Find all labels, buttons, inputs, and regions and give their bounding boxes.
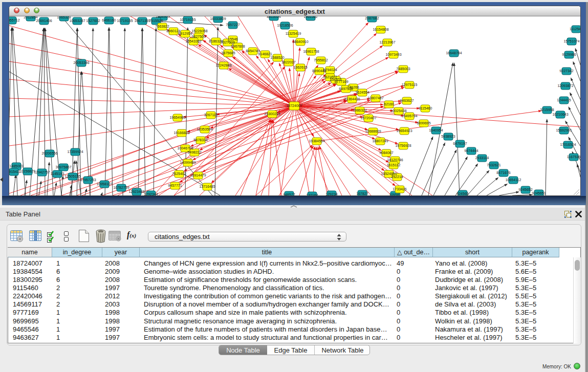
svg-text:1733426: 1733426: [393, 187, 406, 191]
svg-text:30975867: 30975867: [55, 165, 71, 169]
svg-text:7986322: 7986322: [353, 108, 366, 112]
svg-text:9777169: 9777169: [334, 80, 348, 83]
svg-text:16648784: 16648784: [446, 51, 462, 55]
svg-text:6466160: 6466160: [102, 18, 116, 22]
svg-text:19218506: 19218506: [277, 24, 293, 27]
svg-text:20691406: 20691406: [36, 19, 52, 23]
svg-text:20206556: 20206556: [41, 151, 57, 155]
svg-text:1112543: 1112543: [570, 27, 580, 31]
svg-text:14099489: 14099489: [180, 161, 195, 164]
svg-text:23300215: 23300215: [264, 112, 280, 116]
svg-text:16782759: 16782759: [113, 186, 129, 189]
svg-text:9827509: 9827509: [191, 35, 205, 38]
svg-text:9474444: 9474444: [464, 149, 478, 152]
svg-text:2967608: 2967608: [231, 45, 245, 48]
svg-text:7663822: 7663822: [155, 25, 169, 28]
svg-text:8471676: 8471676: [496, 171, 510, 174]
svg-text:10719155: 10719155: [180, 18, 195, 21]
svg-text:10653287: 10653287: [69, 19, 85, 23]
svg-text:10973493: 10973493: [385, 53, 401, 56]
svg-text:3215958: 3215958: [540, 108, 554, 112]
svg-text:19166825: 19166825: [173, 131, 189, 135]
svg-text:1167535: 1167535: [567, 155, 580, 159]
svg-text:1244415: 1244415: [557, 98, 571, 102]
svg-text:17957253: 17957253: [80, 178, 96, 182]
svg-text:3875685: 3875685: [221, 51, 235, 55]
svg-text:8912954: 8912954: [178, 32, 192, 35]
svg-text:10688609: 10688609: [365, 129, 381, 133]
svg-text:2087682: 2087682: [365, 16, 379, 20]
svg-text:16961758: 16961758: [303, 50, 319, 53]
svg-text:924565: 924565: [456, 192, 468, 195]
svg-text:18807249: 18807249: [372, 139, 388, 143]
svg-text:19384554: 19384554: [309, 139, 324, 143]
svg-text:10958107: 10958107: [96, 182, 112, 186]
svg-text:15546: 15546: [228, 37, 238, 41]
svg-text:1961562: 1961562: [303, 16, 317, 18]
svg-text:1292344: 1292344: [144, 192, 158, 195]
svg-text:1527602: 1527602: [86, 19, 100, 23]
svg-text:15720407: 15720407: [360, 116, 376, 120]
svg-text:1588520: 1588520: [270, 56, 284, 59]
svg-text:21364436: 21364436: [344, 97, 360, 101]
svg-text:1485001: 1485001: [9, 164, 23, 168]
svg-text:9129966: 9129966: [562, 53, 576, 56]
svg-text:6479197: 6479197: [453, 142, 467, 145]
svg-text:129234: 129234: [325, 192, 337, 195]
svg-text:109581: 109581: [389, 193, 401, 195]
svg-text:1640954: 1640954: [429, 128, 443, 132]
svg-text:12213967: 12213967: [379, 40, 395, 44]
svg-text:12942757: 12942757: [34, 170, 50, 174]
svg-text:19654985: 19654985: [169, 116, 185, 119]
svg-text:16154808: 16154808: [373, 28, 388, 31]
svg-text:20053346: 20053346: [73, 61, 89, 64]
svg-text:9146821: 9146821: [258, 52, 272, 56]
svg-text:15751074: 15751074: [563, 39, 579, 43]
svg-text:1362615: 1362615: [293, 65, 307, 69]
svg-text:1964909: 1964909: [156, 16, 169, 18]
svg-text:10719155: 10719155: [117, 19, 133, 23]
svg-text:7515526: 7515526: [149, 19, 163, 23]
svg-text:3915411: 3915411: [9, 170, 20, 173]
svg-text:10046708: 10046708: [177, 146, 193, 150]
svg-text:12353594: 12353594: [197, 127, 212, 131]
svg-text:16210643: 16210643: [552, 113, 568, 116]
svg-text:9084067: 9084067: [379, 151, 393, 155]
svg-text:15692991: 15692991: [556, 128, 572, 132]
svg-text:9245651: 9245651: [532, 191, 546, 195]
svg-text:1145193: 1145193: [51, 172, 64, 176]
svg-text:13716485: 13716485: [199, 185, 215, 188]
svg-text:6497508: 6497508: [339, 87, 353, 91]
svg-text:10807487: 10807487: [367, 96, 383, 100]
svg-text:12093872: 12093872: [557, 84, 573, 87]
svg-text:16914479: 16914479: [190, 173, 206, 177]
svg-text:12923448: 12923448: [128, 190, 144, 193]
svg-text:948577: 948577: [283, 193, 295, 195]
svg-text:3267110: 3267110: [204, 113, 218, 117]
svg-text:9457771: 9457771: [168, 184, 182, 187]
svg-text:14055712: 14055712: [9, 18, 20, 22]
svg-text:17016504: 17016504: [560, 143, 576, 146]
svg-text:137164: 137164: [306, 193, 318, 195]
svg-text:16033809: 16033809: [210, 17, 226, 20]
svg-text:3624554: 3624554: [355, 91, 369, 94]
svg-text:9227342: 9227342: [559, 69, 573, 73]
svg-text:5498222: 5498222: [187, 150, 201, 154]
svg-text:7485003: 7485003: [396, 67, 410, 71]
svg-text:12505135: 12505135: [64, 174, 80, 178]
svg-text:8813054: 8813054: [267, 16, 280, 18]
svg-text:9245652: 9245652: [518, 188, 532, 191]
svg-text:7857227: 7857227: [226, 23, 239, 27]
svg-text:7955812: 7955812: [314, 58, 328, 62]
svg-text:18724007: 18724007: [286, 104, 302, 107]
svg-text:3822037: 3822037: [281, 60, 295, 64]
svg-text:2933114: 2933114: [475, 156, 489, 160]
svg-text:62160: 62160: [384, 102, 394, 106]
svg-text:19756928: 19756928: [395, 144, 411, 147]
svg-text:15226058: 15226058: [191, 29, 207, 33]
svg-text:6794024: 6794024: [323, 68, 337, 72]
svg-text:167827: 167827: [356, 192, 368, 195]
svg-text:17359924: 17359924: [67, 150, 83, 154]
svg-text:9327509: 9327509: [221, 40, 234, 44]
svg-text:10025438: 10025438: [390, 109, 406, 113]
